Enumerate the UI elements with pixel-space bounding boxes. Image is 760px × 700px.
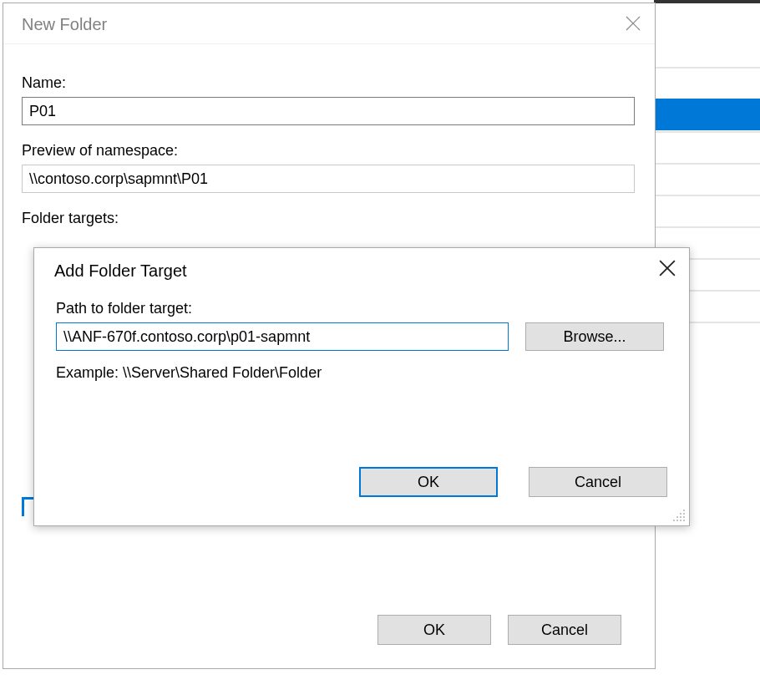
add-target-title: Add Folder Target — [54, 261, 187, 281]
cancel-label: Cancel — [541, 621, 588, 639]
path-row: Browse... — [56, 322, 667, 351]
new-folder-close-button[interactable] — [618, 10, 648, 37]
bg-header-divider — [654, 0, 760, 3]
svg-point-10 — [673, 520, 675, 521]
path-input-wrap — [56, 322, 509, 351]
browse-button[interactable]: Browse... — [525, 322, 664, 351]
svg-point-12 — [680, 520, 681, 521]
new-folder-cancel-button[interactable]: Cancel — [508, 615, 621, 645]
new-folder-ok-button[interactable]: OK — [377, 615, 491, 645]
add-target-cancel-button[interactable]: Cancel — [529, 467, 667, 497]
bg-grid-line — [654, 67, 760, 68]
folder-targets-label: Folder targets: — [22, 210, 636, 227]
svg-point-7 — [676, 516, 678, 518]
close-icon — [626, 16, 641, 31]
add-target-body: Path to folder target: Browse... Example… — [34, 292, 689, 382]
resize-grip[interactable] — [672, 509, 686, 522]
browse-label: Browse... — [563, 328, 626, 346]
bg-grid-line — [654, 131, 760, 133]
bg-grid-line — [654, 163, 760, 165]
new-folder-button-row: OK Cancel — [3, 615, 655, 655]
add-target-titlebar[interactable]: Add Folder Target — [34, 248, 689, 292]
ok-label: OK — [423, 621, 445, 639]
resize-grip-icon — [672, 509, 686, 522]
cancel-label: Cancel — [575, 474, 621, 491]
svg-point-5 — [680, 513, 681, 515]
close-icon — [659, 260, 676, 276]
name-label: Name: — [22, 74, 636, 92]
bg-grid-line — [654, 195, 760, 196]
new-folder-title: New Folder — [22, 15, 107, 34]
svg-point-8 — [680, 516, 681, 518]
svg-point-13 — [683, 520, 685, 521]
bg-grid-line — [654, 226, 760, 228]
add-target-ok-button[interactable]: OK — [359, 467, 498, 497]
path-input[interactable] — [56, 322, 509, 351]
preview-label: Preview of namespace: — [22, 142, 636, 160]
preview-value: \\contoso.corp\sapmnt\P01 — [22, 165, 635, 193]
preview-text: \\contoso.corp\sapmnt\P01 — [29, 170, 208, 188]
add-target-button-row: OK Cancel — [34, 467, 689, 507]
svg-point-6 — [683, 513, 685, 515]
ok-label: OK — [418, 474, 439, 491]
path-label: Path to folder target: — [56, 300, 667, 317]
name-input[interactable] — [22, 97, 635, 125]
svg-point-4 — [683, 510, 685, 511]
add-folder-target-dialog: Add Folder Target Path to folder target:… — [33, 247, 690, 526]
example-text: Example: \\Server\Shared Folder\Folder — [56, 364, 667, 382]
add-target-close-button[interactable] — [652, 255, 682, 282]
svg-point-9 — [683, 516, 685, 518]
svg-point-11 — [676, 520, 678, 521]
new-folder-titlebar[interactable]: New Folder — [3, 3, 655, 44]
bg-selected-row — [654, 99, 760, 130]
